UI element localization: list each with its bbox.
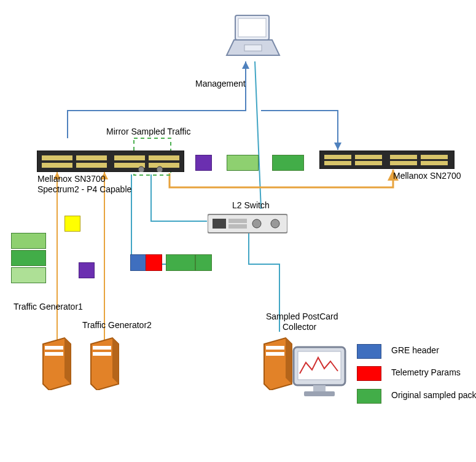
svg-rect-12 [149, 163, 179, 168]
svg-rect-35 [266, 352, 284, 356]
packet-green [11, 233, 46, 249]
svg-rect-15 [319, 151, 455, 169]
sn3700-label-2: Spectrum2 - P4 Capable [37, 184, 131, 194]
packet-red [146, 254, 162, 271]
traffic-gen2-label: Traffic Generator2 [82, 320, 152, 330]
switch-sn2700 [319, 151, 455, 169]
svg-rect-38 [313, 385, 326, 391]
legend-swatch-packet [357, 389, 381, 404]
l2-switch-icon [208, 211, 287, 236]
packet-green [11, 250, 46, 266]
packet-blue [130, 254, 147, 271]
svg-rect-32 [93, 346, 111, 350]
svg-rect-17 [324, 161, 351, 165]
traffic-gen1-label: Traffic Generator1 [14, 302, 83, 311]
svg-point-13 [138, 166, 144, 172]
svg-rect-33 [93, 352, 111, 356]
svg-rect-8 [76, 163, 107, 168]
svg-point-14 [157, 166, 163, 172]
svg-rect-25 [213, 219, 226, 229]
packet-green [227, 155, 259, 171]
packet-purple [195, 155, 212, 171]
packet-yellow [64, 216, 80, 232]
svg-point-29 [271, 219, 279, 228]
packet-purple [79, 262, 95, 278]
packet-green [195, 254, 212, 271]
svg-rect-27 [228, 224, 247, 229]
l2switch-label: L2 Switch [232, 200, 270, 210]
legend-packet-label: Original sampled packet [391, 390, 476, 400]
svg-rect-39 [304, 391, 335, 396]
svg-rect-18 [355, 155, 382, 159]
sn2700-label: Mellanox SN2700 [393, 171, 461, 181]
svg-rect-20 [390, 155, 417, 159]
monitor-icon [289, 344, 350, 402]
packet-green [166, 254, 195, 271]
svg-rect-34 [266, 346, 284, 350]
svg-rect-6 [42, 163, 72, 168]
packet-green [11, 267, 46, 283]
svg-rect-21 [390, 161, 417, 165]
legend-gre-label: GRE header [391, 345, 439, 355]
svg-rect-9 [114, 155, 145, 160]
mirror-label: Mirror Sampled Traffic [106, 127, 190, 136]
svg-rect-31 [45, 352, 63, 356]
svg-rect-2 [238, 18, 266, 37]
switch-sn3700 [37, 151, 184, 172]
svg-rect-16 [324, 155, 351, 159]
management-label: Management [195, 79, 246, 88]
svg-rect-3 [244, 45, 262, 51]
svg-rect-26 [228, 219, 247, 223]
svg-point-28 [252, 219, 261, 228]
legend-telemetry-label: Telemetry Params [391, 367, 461, 377]
collector-label-1: Sampled PostCard [266, 311, 338, 321]
svg-rect-30 [45, 346, 63, 350]
packet-green [272, 155, 304, 171]
svg-rect-11 [149, 155, 179, 160]
sn3700-label-1: Mellanox SN3700 [37, 174, 106, 184]
svg-rect-19 [355, 161, 382, 165]
laptop-icon [223, 12, 284, 61]
svg-rect-7 [76, 155, 107, 160]
server-tower-icon [88, 335, 122, 390]
legend-swatch-telemetry [357, 366, 381, 381]
collector-label-2: Collector [283, 322, 316, 332]
legend-swatch-gre [357, 344, 381, 359]
server-tower-icon [40, 335, 74, 390]
svg-rect-23 [421, 161, 448, 165]
svg-rect-5 [42, 155, 72, 160]
svg-rect-22 [421, 155, 448, 159]
